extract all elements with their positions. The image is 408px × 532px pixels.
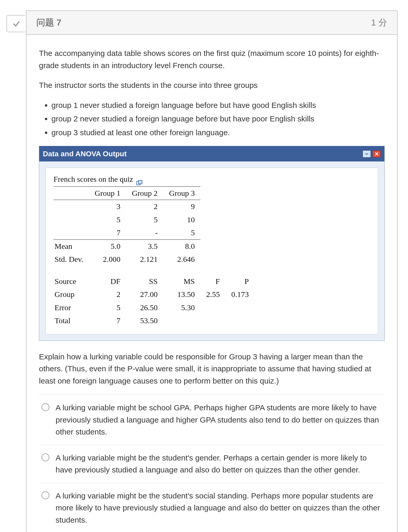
panel-titlebar: Data and ANOVA Output − ✕ <box>39 146 384 161</box>
question-prompt: Explain how a lurking variable could be … <box>39 351 385 387</box>
question-bookmark-tab[interactable] <box>6 15 25 32</box>
scores-table: Group 1 Group 2 Group 3 3 2 <box>53 186 255 327</box>
table-row: Total 7 53.50 <box>53 314 255 327</box>
close-icon[interactable]: ✕ <box>372 150 381 158</box>
anova-output-box: French scores on the quiz <box>45 168 378 334</box>
intro-paragraph-1: The accompanying data table shows scores… <box>39 47 385 72</box>
list-item: group 2 never studied a foreign language… <box>51 113 385 125</box>
question-header: 问题 7 1 分 <box>26 11 397 35</box>
answer-options: A lurking variable might be school GPA. … <box>39 395 385 532</box>
panel-body: French scores on the quiz <box>39 161 384 341</box>
col-group3: Group 3 <box>163 186 200 200</box>
panel-title-text: Data and ANOVA Output <box>43 148 127 159</box>
table-row: Group 2 27.00 13.50 2.55 0.173 <box>53 288 255 301</box>
table-row: 7 - 5 <box>53 226 255 239</box>
col-group2: Group 2 <box>126 186 163 200</box>
answer-option[interactable]: A lurking variable might be the student'… <box>39 483 385 532</box>
answer-option-text: A lurking variable might be school GPA. … <box>56 402 382 438</box>
popout-icon[interactable] <box>136 177 143 182</box>
list-item: group 1 never studied a foreign language… <box>51 99 385 112</box>
group-definitions-list: group 1 never studied a foreign language… <box>39 99 385 139</box>
table-row: Std. Dev. 2.000 2.121 2.646 <box>53 253 255 266</box>
scores-table-caption: French scores on the quiz <box>53 173 133 185</box>
svg-rect-1 <box>138 180 142 184</box>
radio-icon[interactable] <box>42 403 49 411</box>
radio-icon[interactable] <box>42 491 49 499</box>
question-title: 问题 7 <box>36 17 61 29</box>
table-row: 3 2 9 <box>53 200 255 213</box>
answer-option[interactable]: A lurking variable might be school GPA. … <box>39 395 385 445</box>
question-points: 1 分 <box>371 17 387 29</box>
table-row: Mean 5.0 3.5 8.0 <box>53 239 255 253</box>
radio-icon[interactable] <box>42 453 49 461</box>
answer-option[interactable]: A lurking variable might be the student'… <box>39 445 385 483</box>
list-item: group 3 studied at least one other forei… <box>51 127 385 139</box>
col-group1: Group 1 <box>89 186 126 200</box>
answer-option-text: A lurking variable might be the student'… <box>56 490 382 526</box>
col-blank <box>53 186 89 200</box>
anova-output-panel: Data and ANOVA Output − ✕ French scores … <box>39 146 385 341</box>
anova-head-row: Source DF SS MS F P <box>53 275 255 288</box>
intro-paragraph-2: The instructor sorts the students in the… <box>39 79 385 92</box>
table-row: 5 5 10 <box>53 213 255 226</box>
minimize-icon[interactable]: − <box>363 150 371 158</box>
answer-option-text: A lurking variable might be the student'… <box>56 452 382 476</box>
table-row: Error 5 26.50 5.30 <box>53 301 255 314</box>
question-card: 问题 7 1 分 The accompanying data table sho… <box>26 10 398 532</box>
